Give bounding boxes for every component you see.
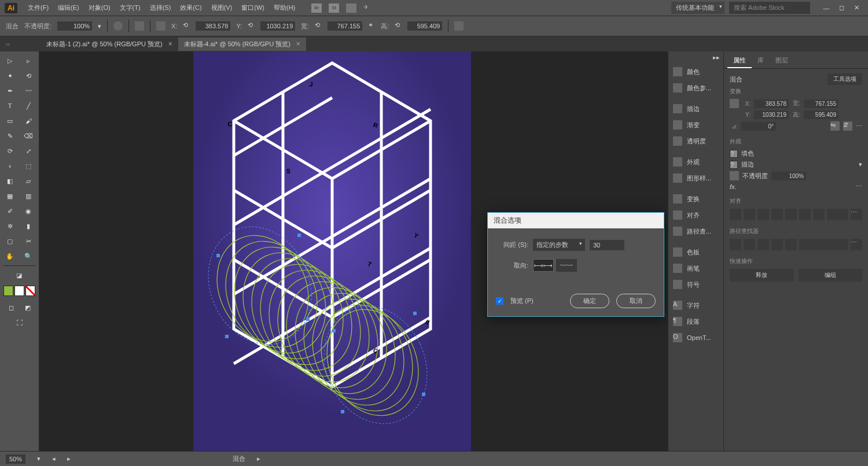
unite-icon[interactable] — [730, 239, 741, 250]
minus-front-icon[interactable] — [744, 239, 755, 250]
angle-input[interactable]: 0° — [741, 122, 776, 131]
flip-h-icon[interactable]: ⇋ — [830, 121, 840, 131]
canvas[interactable]: C J R S T Y O II — [39, 51, 668, 451]
release-button[interactable]: 释放 — [730, 269, 794, 282]
transform-ref-icon[interactable] — [156, 21, 165, 31]
recolor-icon[interactable] — [113, 21, 123, 31]
zoom-level-input[interactable]: 50% — [6, 454, 25, 464]
panel-stroke[interactable]: 描边 — [668, 101, 723, 117]
panel-transform[interactable]: 变换 — [668, 191, 723, 207]
panel-appearance[interactable]: 外观 — [668, 154, 723, 170]
panel-symbols[interactable]: 符号 — [668, 276, 723, 293]
screen-mode[interactable]: ⛶ — [1, 316, 37, 330]
fx-label[interactable]: fx. — [730, 183, 737, 190]
mesh-tool[interactable]: ▦ — [1, 189, 19, 203]
tab-layers[interactable]: 图层 — [770, 54, 794, 68]
selection-tool[interactable]: ▷ — [1, 54, 19, 68]
opacity-input[interactable]: 100% — [57, 21, 92, 31]
group-button[interactable]: 编组 — [799, 269, 863, 282]
draw-behind[interactable]: ◩ — [20, 301, 36, 315]
tool-options-button[interactable]: 工具选项 — [827, 73, 862, 85]
lasso-tool[interactable]: ⟲ — [20, 69, 37, 83]
workspace-switcher[interactable]: 传统基本功能 — [671, 2, 724, 14]
align-vcenter-icon[interactable] — [785, 209, 797, 220]
preview-checkbox[interactable]: ✓ — [496, 297, 503, 305]
color-swatch[interactable] — [3, 286, 13, 296]
paintbrush-tool[interactable]: 🖌 — [20, 114, 37, 128]
width-tool[interactable]: ⫞ — [1, 159, 19, 173]
panel-brushes[interactable]: 画笔 — [668, 260, 723, 276]
align-stroke-icon[interactable] — [135, 21, 144, 31]
intersect-icon[interactable] — [757, 239, 769, 250]
free-transform-tool[interactable]: ⬚ — [20, 159, 37, 173]
minimize-button[interactable]: — — [819, 3, 833, 13]
menu-edit[interactable]: 编辑(E) — [53, 1, 84, 14]
distribute-icon[interactable] — [813, 209, 825, 220]
panel-paragraph[interactable]: ¶段落 — [668, 313, 723, 330]
menu-effect[interactable]: 效果(C) — [175, 1, 206, 14]
link-y-icon[interactable]: ⟲ — [248, 21, 255, 31]
cancel-button[interactable]: 取消 — [616, 294, 656, 308]
exclude-icon[interactable] — [771, 239, 783, 250]
y-input[interactable]: 1030.219 — [754, 110, 789, 119]
direct-selection-tool[interactable]: ▹ — [20, 54, 37, 68]
isolate-icon[interactable] — [454, 21, 464, 31]
scale-tool[interactable]: ⤢ — [20, 144, 37, 158]
menu-window[interactable]: 窗口(W) — [237, 1, 269, 14]
y-input[interactable]: 1030.219 — [260, 21, 295, 31]
document-tab[interactable]: 未标题-4.ai* @ 50% (RGB/GPU 预览) × — [178, 38, 306, 51]
panel-swatches[interactable]: 色板 — [668, 244, 723, 260]
panel-opentype[interactable]: OOpenT... — [668, 330, 723, 346]
opacity-input[interactable]: 100% — [771, 172, 806, 180]
magic-wand-tool[interactable]: ✦ — [1, 69, 19, 83]
more-options-icon[interactable]: ⋯ — [851, 239, 862, 250]
stock-icon[interactable]: St — [329, 3, 339, 13]
maximize-button[interactable]: ◻ — [834, 3, 848, 13]
document-tab[interactable]: 未标题-1 (2).ai* @ 50% (RGB/GPU 预览) × — [41, 38, 178, 51]
spacing-steps-input[interactable]: 30 — [590, 240, 624, 250]
none-swatch[interactable] — [25, 286, 35, 296]
shape-builder-tool[interactable]: ◧ — [1, 174, 19, 188]
orient-align-page[interactable]: ⟼⟼ — [533, 259, 554, 272]
link-w-icon[interactable]: ⟲ — [315, 21, 322, 31]
w-input[interactable]: 767.155 — [328, 21, 362, 31]
rocket-icon[interactable]: ✈ — [363, 3, 374, 13]
arrange-icon[interactable] — [346, 3, 356, 13]
h-input[interactable]: 595.409 — [407, 21, 442, 31]
graph-tool[interactable]: ▮ — [20, 219, 37, 233]
type-tool[interactable]: T — [1, 99, 19, 113]
gradient-tool[interactable]: ▥ — [20, 189, 37, 203]
fill-swatch[interactable]: ? — [730, 150, 738, 158]
align-top-icon[interactable] — [771, 209, 783, 220]
menu-help[interactable]: 帮助(H) — [269, 1, 300, 14]
blend-tool[interactable]: ◉ — [20, 204, 37, 218]
align-bottom-icon[interactable] — [799, 209, 811, 220]
status-chevron-icon[interactable]: ▸ — [257, 455, 260, 463]
more-options-icon[interactable]: ⋯ — [856, 123, 862, 130]
rotate-tool[interactable]: ⟳ — [1, 144, 19, 158]
fill-stroke-swap[interactable]: ◪ — [1, 268, 37, 282]
eraser-tool[interactable]: ⌫ — [20, 129, 37, 143]
lock-wh-icon[interactable]: ⚭ — [368, 21, 375, 31]
panel-align[interactable]: 对齐 — [668, 207, 723, 223]
zoom-tool[interactable]: 🔍 — [20, 249, 37, 263]
align-hcenter-icon[interactable] — [744, 209, 755, 220]
reference-point-icon[interactable] — [730, 99, 739, 108]
hand-tool[interactable]: ✋ — [1, 249, 19, 263]
more-options-icon[interactable]: ⋯ — [851, 209, 862, 220]
opacity-chevron-icon[interactable]: ▾ — [98, 23, 101, 30]
panel-pathfinder[interactable]: 路径查... — [668, 223, 723, 239]
perspective-tool[interactable]: ▱ — [20, 174, 37, 188]
x-input[interactable]: 383.578 — [196, 21, 230, 31]
curvature-tool[interactable]: 〰 — [20, 84, 37, 98]
link-x-icon[interactable]: ⟲ — [183, 21, 190, 31]
link-h-icon[interactable]: ⟲ — [395, 21, 402, 31]
slice-tool[interactable]: ✂ — [20, 234, 37, 248]
x-input[interactable]: 383.578 — [754, 99, 789, 108]
pen-tool[interactable]: ✒ — [1, 84, 19, 98]
spacing-mode-select[interactable]: 指定的步数 — [533, 239, 585, 251]
nav-next-icon[interactable]: ▸ — [67, 455, 71, 463]
panel-color-guide[interactable]: 颜色参... — [668, 80, 723, 96]
align-left-icon[interactable] — [730, 209, 741, 220]
symbol-sprayer-tool[interactable]: ✲ — [1, 219, 19, 233]
